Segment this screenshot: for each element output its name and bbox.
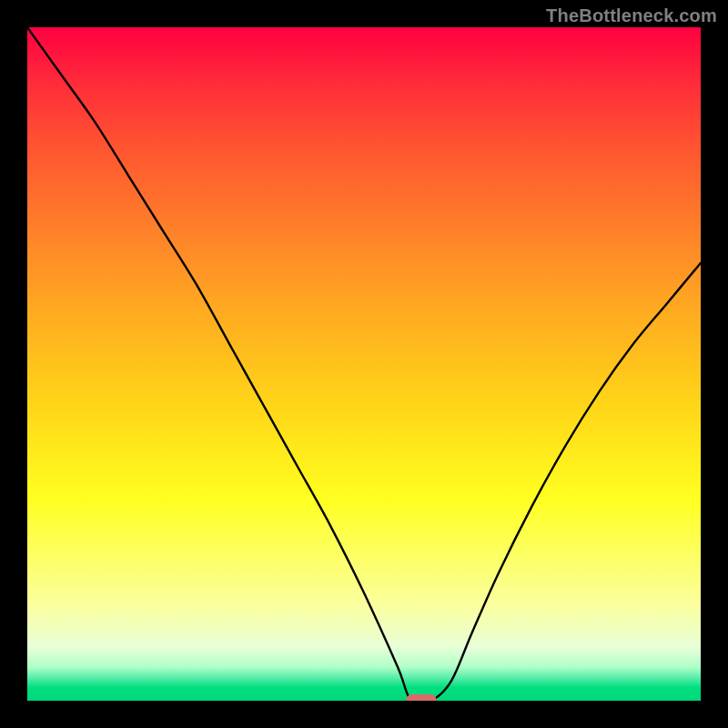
curve-layer bbox=[27, 27, 701, 701]
optimum-marker bbox=[406, 694, 437, 701]
watermark-text: TheBottleneck.com bbox=[546, 5, 717, 26]
plot-area bbox=[27, 27, 701, 701]
bottleneck-curve bbox=[27, 27, 701, 701]
chart-frame: TheBottleneck.com bbox=[0, 0, 728, 728]
